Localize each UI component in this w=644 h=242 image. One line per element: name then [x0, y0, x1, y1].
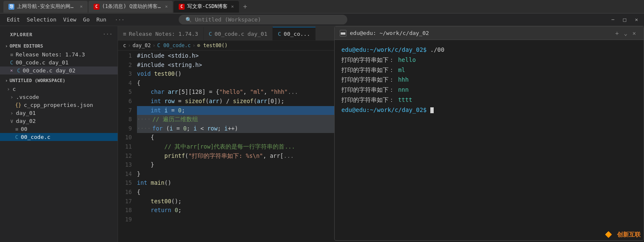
terminal-output-label-3: 打印的字符串如下： — [341, 76, 394, 83]
terminal-output-value-1: hello — [398, 56, 416, 63]
browser-tab-1-close[interactable]: × — [80, 4, 83, 9]
terminal-panel: ■■ edu@edu: ~/work/c/day_02 + ⌄ × edu@ed… — [334, 26, 644, 241]
browser-tab-3[interactable]: C 写文章-CSDN博客 × — [174, 1, 239, 13]
menu-view[interactable]: View — [60, 13, 80, 26]
window-close-btn[interactable]: × — [632, 16, 641, 23]
00-file-icon: ≡ — [15, 126, 18, 132]
00code-day02-tab-icon: C — [278, 31, 281, 37]
sidebar-item-cpp-props[interactable]: {} c_cpp_properties.json — [0, 101, 118, 109]
sidebar-item-vscode[interactable]: › .vscode — [0, 93, 118, 101]
day01-chevron: › — [10, 110, 13, 116]
sidebar-item-release-notes-label: Release Notes: 1.74.3 — [16, 51, 85, 58]
workspace-label: UNTITLED (WORKSPACE) — [10, 78, 65, 83]
terminal-output-label-4: 打印的字符串如下： — [341, 86, 394, 93]
sidebar-title: XPLORER — [5, 29, 38, 39]
terminal-output-5: 打印的字符串如下： tttt — [341, 95, 637, 105]
terminal-output-4: 打印的字符串如下： nnn — [341, 85, 637, 95]
sidebar-item-00-file[interactable]: ≡ 00 — [0, 125, 118, 133]
browser-tab-2-label: (1条消息) Q渡劫的博客_CSDN博 — [102, 3, 161, 10]
workspace-chevron: › — [5, 78, 8, 83]
breadcrumb-file[interactable]: C 00_code.c — [157, 43, 191, 48]
terminal-output-label-5: 打印的字符串如下： — [341, 96, 394, 103]
sidebar-item-00code-day01[interactable]: C 00_code.c day_01 — [0, 59, 118, 66]
sidebar-item-00-label: 00 — [21, 126, 27, 132]
breadcrumb-sep-3: › — [193, 43, 196, 48]
window-minimize-btn[interactable]: − — [609, 16, 617, 23]
watermark: 🔶 创新互联 — [605, 231, 641, 239]
breadcrumb-c[interactable]: c — [123, 43, 126, 48]
release-tab-icon: ≡ — [123, 31, 126, 37]
workspace-section[interactable]: › UNTITLED (WORKSPACE) — [0, 76, 118, 85]
menu-selection[interactable]: Selection — [23, 13, 59, 26]
terminal-output-label-1: 打印的字符串如下： — [341, 56, 394, 63]
terminal-add-btn[interactable]: + — [613, 30, 621, 37]
terminal-line-1: edu@edu:~/work/c/day_02$ ./00 — [341, 45, 637, 55]
sidebar-item-00-code-c-label: 00_code.c — [21, 134, 50, 140]
browser-tab-2[interactable]: C (1条消息) Q渡劫的博客_CSDN博 × — [89, 1, 173, 13]
search-icon: 🔍 — [185, 17, 192, 23]
sidebar-item-00code-day02-label: 00_code.c day_02 — [23, 67, 75, 74]
sidebar-item-day01-label: day_01 — [16, 110, 36, 116]
watermark-icon: 🔶 — [605, 231, 612, 238]
editor-tab-release-label: Release Notes: 1.74.3 — [129, 31, 198, 37]
day02-chevron: ∨ — [10, 118, 13, 124]
terminal-prompt-end: edu@edu:~/work/c/day_02$ — [341, 106, 427, 113]
c-file-icon-2: C — [17, 68, 20, 74]
watermark-text: 创新互联 — [617, 231, 641, 238]
browser-tab-1[interactable]: 导 上网导航-安全实用的网址导航 × — [3, 1, 88, 13]
url-text: Untitled (Workspace) — [195, 16, 261, 23]
sidebar-item-00-code-c[interactable]: C 00_code.c — [0, 133, 118, 141]
terminal-line-end: edu@edu:~/work/c/day_02$ — [341, 105, 637, 115]
00-code-c-icon: C — [15, 134, 18, 140]
terminal-close-btn[interactable]: × — [630, 30, 639, 37]
tab-favicon-1: 导 — [8, 4, 14, 10]
editor-tab-00code-day02-label: 00_co... — [284, 31, 310, 37]
editor-tab-00code-day02[interactable]: C 00_co... — [273, 27, 315, 40]
terminal-output-value-3: hhh — [398, 76, 408, 83]
vscode-chevron: › — [10, 94, 13, 100]
url-bar[interactable]: 🔍 Untitled (Workspace) — [179, 15, 347, 24]
terminal-chevron-btn[interactable]: ⌄ — [621, 30, 630, 37]
breadcrumb-day02[interactable]: day_02 — [132, 43, 150, 48]
sidebar-item-00code-day02[interactable]: × C 00_code.c day_02 — [0, 66, 118, 74]
menu-edit[interactable]: Edit — [3, 13, 23, 26]
sidebar: XPLORER ··· › OPEN EDITORS ≡ Release Not… — [0, 26, 118, 242]
sidebar-item-release-notes[interactable]: ≡ Release Notes: 1.74.3 — [0, 51, 118, 59]
sidebar-more-btn[interactable]: ··· — [103, 31, 113, 37]
editor-tab-00code-day01[interactable]: C 00_code.c day_01 — [204, 27, 273, 40]
open-editors-section[interactable]: › OPEN EDITORS — [0, 42, 118, 51]
breadcrumb-symbol[interactable]: ⊙ test00() — [197, 43, 228, 48]
sidebar-item-day01[interactable]: › day_01 — [0, 109, 118, 117]
terminal-body[interactable]: edu@edu:~/work/c/day_02$ ./00 打印的字符串如下： … — [335, 40, 644, 240]
close-day02-icon[interactable]: × — [10, 68, 13, 73]
menu-more[interactable]: ··· — [111, 13, 128, 26]
sidebar-item-cpp-props-label: c_cpp_properties.json — [24, 102, 93, 108]
menu-go[interactable]: Go — [80, 13, 93, 26]
open-editors-label: OPEN EDITORS — [10, 43, 43, 49]
terminal-prompt-1: edu@edu:~/work/c/day_02$ — [341, 46, 427, 53]
terminal-output-label-2: 打印的字符串如下： — [341, 66, 394, 73]
sidebar-item-day02[interactable]: ∨ day_02 — [0, 117, 118, 125]
terminal-output-2: 打印的字符串如下： ml — [341, 65, 637, 75]
terminal-icon: ■■ — [340, 30, 346, 37]
tab-favicon-3: C — [179, 4, 185, 10]
browser-tab-3-label: 写文章-CSDN博客 — [187, 3, 228, 10]
menu-run[interactable]: Run — [93, 13, 110, 26]
sidebar-item-c-folder[interactable]: › c — [0, 85, 118, 93]
browser-tabs-bar: 导 上网导航-安全实用的网址导航 × C (1条消息) Q渡劫的博客_CSDN博… — [0, 0, 644, 13]
editor-tab-release[interactable]: ≡ Release Notes: 1.74.3 — [118, 27, 204, 40]
new-tab-button[interactable]: + — [240, 3, 251, 11]
terminal-cmd-1: ./00 — [430, 46, 445, 53]
line-numbers: 1 2 3 4 5 6 7 8 9 10 11 12 13 14 15 16 1… — [118, 51, 137, 242]
c-file-icon-1: C — [10, 60, 13, 66]
open-editors-chevron: › — [5, 43, 8, 49]
sidebar-item-00code-day01-label: 00_code.c day_01 — [16, 59, 68, 66]
window-maximize-btn[interactable]: □ — [620, 16, 629, 23]
breadcrumb-sep-1: › — [128, 43, 131, 48]
terminal-titlebar: ■■ edu@edu: ~/work/c/day_02 + ⌄ × — [335, 27, 644, 40]
terminal-output-value-4: nnn — [398, 86, 408, 93]
menubar: Edit Selection View Go Run ··· 🔍 Untitle… — [0, 13, 644, 26]
browser-tab-2-close[interactable]: × — [165, 4, 168, 9]
browser-tab-3-close[interactable]: × — [231, 4, 234, 9]
sidebar-item-vscode-label: .vscode — [16, 94, 39, 100]
